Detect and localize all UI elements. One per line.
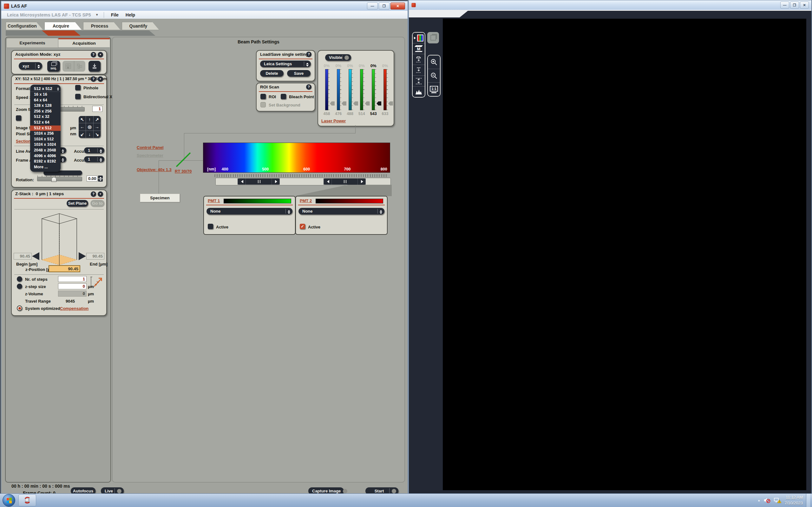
- viewer-titlebar[interactable]: — ❐ ✕: [409, 0, 811, 10]
- format-option[interactable]: 512 x 512: [30, 125, 61, 131]
- bidirectional-checkbox[interactable]: [75, 94, 81, 99]
- histogram-button[interactable]: [413, 87, 425, 97]
- delete-button[interactable]: Delete: [260, 70, 284, 77]
- collapse-icon[interactable]: ▼: [98, 76, 103, 82]
- app-dropdown-icon[interactable]: ▼: [96, 13, 99, 16]
- laser-slider-track[interactable]: [337, 69, 340, 110]
- format-option[interactable]: 128 x 128: [30, 103, 61, 109]
- steps-input[interactable]: 1: [58, 276, 87, 282]
- dpad-arrow[interactable]: ↘: [94, 131, 101, 138]
- mark-positions-icon[interactable]: [74, 61, 86, 72]
- visible-toggle-button[interactable]: Visible: [325, 54, 351, 61]
- spectrum-display[interactable]: [nm] 400500600700800: [203, 143, 390, 173]
- maximize-button[interactable]: ❐: [379, 3, 390, 9]
- steps-radio[interactable]: [17, 276, 22, 282]
- pmt-link[interactable]: PMT 1: [208, 199, 220, 203]
- zoom-100-button[interactable]: 1:1: [428, 83, 440, 96]
- format-option[interactable]: 2048 x 2048: [30, 148, 61, 153]
- zoom-factor-input[interactable]: 1: [92, 106, 102, 112]
- format-dropdown-control[interactable]: 512 x 512: [30, 85, 61, 92]
- range-right-arrow[interactable]: [271, 178, 280, 185]
- format-option[interactable]: 1024 x 256: [30, 131, 61, 136]
- close-button[interactable]: ✕: [800, 2, 809, 9]
- pmt1-range-slider[interactable]: [238, 178, 280, 185]
- zoom-in-checkbox[interactable]: [16, 115, 21, 121]
- rotation-slider[interactable]: [37, 177, 82, 181]
- dpad-arrow[interactable]: ↖: [79, 116, 86, 123]
- help-icon[interactable]: ?: [91, 76, 96, 82]
- range-grip[interactable]: [332, 178, 357, 185]
- rotation-input[interactable]: 0.00: [87, 176, 97, 181]
- format-option[interactable]: 256 x 256: [30, 109, 61, 114]
- mode-select[interactable]: xyz: [19, 62, 42, 70]
- dpad-arrow[interactable]: ◎: [86, 123, 93, 130]
- range-left-arrow[interactable]: [323, 178, 332, 185]
- format-option[interactable]: 1024 x 512: [30, 136, 61, 142]
- control-panel-link[interactable]: Control Panel: [137, 145, 164, 150]
- compensation-link[interactable]: Compensation: [60, 306, 89, 311]
- frame-accu-select[interactable]: 1: [84, 156, 104, 162]
- minimize-button[interactable]: —: [367, 3, 378, 9]
- collapse-icon[interactable]: ▼: [98, 52, 103, 57]
- tab-acquisition[interactable]: Acquisition: [58, 38, 110, 47]
- main-tab[interactable]: Process: [83, 22, 120, 30]
- pmt-active-checkbox[interactable]: [208, 224, 213, 229]
- lut-display-button[interactable]: [413, 33, 425, 43]
- end-field[interactable]: 90.45: [86, 253, 104, 260]
- tile-grid-icon[interactable]: [62, 61, 74, 72]
- main-tab[interactable]: Acquire: [44, 22, 82, 30]
- go-to-button[interactable]: Go to: [90, 200, 104, 207]
- beam-splitter-mirror[interactable]: [176, 153, 191, 167]
- menu-help[interactable]: Help: [125, 12, 135, 17]
- format-dropdown-open[interactable]: 512 x 512 16 x 1664 x 64128 x 128256 x 2…: [30, 84, 61, 172]
- line-accu-select[interactable]: 1: [84, 147, 104, 153]
- pmt-dye-select[interactable]: None: [206, 208, 293, 215]
- projection-button[interactable]: [413, 54, 425, 65]
- tray-expand-icon[interactable]: ▲: [757, 499, 760, 502]
- collapse-icon[interactable]: ▼: [98, 191, 103, 197]
- objective-link[interactable]: Objective: 40x 1.3: [137, 167, 171, 172]
- range-right-arrow[interactable]: [357, 178, 366, 185]
- load-settings-button[interactable]: [89, 61, 101, 72]
- dpad-arrow[interactable]: ↗: [94, 116, 101, 123]
- laser-power-link[interactable]: Laser Power: [321, 118, 346, 123]
- set-plane-button[interactable]: Set Plane: [67, 200, 88, 207]
- pmt-active-checkbox[interactable]: ✓: [300, 224, 305, 229]
- help-icon[interactable]: ?: [306, 84, 311, 90]
- roi-checkbox[interactable]: [260, 94, 266, 99]
- laser-slider-track[interactable]: [372, 69, 375, 110]
- z-wizard-icon[interactable]: [90, 276, 104, 290]
- pinhole-checkbox[interactable]: [75, 85, 81, 90]
- pmt-link[interactable]: PMT 2: [300, 199, 312, 203]
- laser-slider-track[interactable]: [360, 69, 363, 110]
- pmt2-range-slider[interactable]: [323, 178, 366, 185]
- dpad-arrow[interactable]: ↙: [79, 131, 86, 138]
- help-icon[interactable]: ?: [306, 52, 311, 57]
- taskbar-clock[interactable]: 11:12 AM 7/10/2023: [784, 495, 803, 506]
- main-tab[interactable]: Quantify: [122, 22, 159, 30]
- image-canvas[interactable]: [443, 19, 806, 490]
- z-position-input[interactable]: 90.45: [49, 265, 80, 272]
- step-size-radio[interactable]: [17, 284, 22, 289]
- laser-slider-track[interactable]: [325, 69, 328, 110]
- laser-slider-track[interactable]: [384, 69, 387, 110]
- begin-field[interactable]: 90.45: [14, 253, 32, 260]
- stack-range-button[interactable]: [413, 76, 425, 87]
- help-icon[interactable]: ?: [91, 191, 96, 197]
- dpad-arrow[interactable]: ↑: [86, 116, 93, 123]
- settings-preset-select[interactable]: Leica Settings: [260, 60, 311, 67]
- format-option[interactable]: 4096 x 4096: [30, 153, 61, 159]
- show-desktop-button[interactable]: [806, 494, 810, 507]
- format-option[interactable]: 512 x 64: [30, 120, 61, 125]
- rotation-spinner[interactable]: [98, 176, 103, 181]
- format-option[interactable]: 1024 x 1024: [30, 142, 61, 148]
- format-option[interactable]: 16 x 16: [30, 92, 61, 98]
- save-button[interactable]: Save: [287, 70, 310, 77]
- seq-button[interactable]: seq.: [47, 61, 60, 72]
- bleach-point-checkbox[interactable]: [281, 94, 286, 99]
- laser-slider-handle[interactable]: [388, 101, 393, 106]
- help-icon[interactable]: ?: [91, 52, 96, 57]
- dpad-arrow[interactable]: ↓: [86, 131, 93, 138]
- mirror-link[interactable]: RT 30/70: [175, 169, 192, 174]
- menu-file[interactable]: File: [111, 12, 119, 17]
